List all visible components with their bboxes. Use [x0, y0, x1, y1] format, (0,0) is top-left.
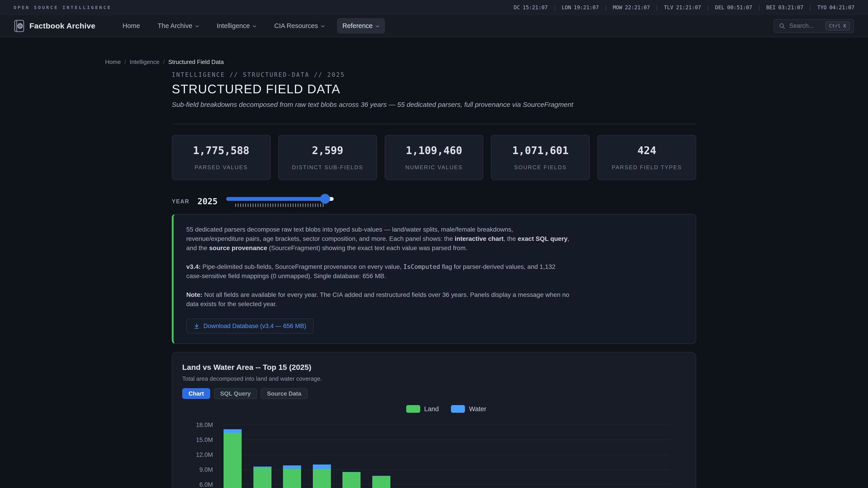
bar-china[interactable]	[253, 466, 272, 488]
slider-tick	[320, 203, 321, 207]
search-box[interactable]: Search... Ctrl K	[774, 19, 854, 33]
slider-tick	[253, 203, 253, 207]
stat-label: PARSED VALUES	[195, 164, 248, 170]
slider-tick	[270, 203, 271, 207]
bar-united-states[interactable]	[283, 465, 301, 488]
slider-tick	[235, 203, 236, 207]
tab-source-data[interactable]: Source Data	[260, 388, 308, 399]
nav-item-label: The Archive	[158, 22, 192, 30]
brand-home-link[interactable]: Factbook Archive	[14, 20, 95, 32]
clock-separator: |	[706, 4, 710, 10]
clock-city: DC	[514, 4, 520, 10]
slider-fill	[226, 197, 325, 201]
stat-card-parsed-field-types: 424PARSED FIELD TYPES	[597, 135, 696, 180]
search-shortcut-badge: Ctrl K	[826, 22, 850, 31]
clock-city: TYO	[817, 4, 827, 10]
world-clock-dc: DC15:21:07	[514, 4, 548, 10]
year-slider[interactable]	[226, 196, 334, 207]
download-database-button[interactable]: Download Database (v3.4 — 656 MB)	[186, 319, 313, 333]
bar-segment-land	[253, 468, 272, 488]
slider-tick	[243, 203, 243, 207]
bar-australia[interactable]	[372, 476, 391, 488]
nav-item-intelligence[interactable]: Intelligence	[211, 18, 262, 34]
slider-tick	[260, 203, 261, 207]
page-title: STRUCTURED FIELD DATA	[172, 82, 696, 96]
slider-tick	[268, 203, 268, 207]
y-axis-tick-label: 6.0M	[178, 481, 213, 488]
slider-tick	[313, 203, 313, 207]
section-eyebrow: INTELLIGENCE // STRUCTURED-DATA // 2025	[172, 71, 696, 78]
bar-brazil[interactable]	[342, 472, 361, 488]
year-selector: YEAR 2025	[172, 193, 696, 209]
clock-time: 22:21:07	[625, 4, 650, 10]
breadcrumb-intelligence[interactable]: Intelligence	[130, 59, 160, 66]
stacked-bar-chart: 18.0M15.0M12.0M9.0M6.0M3.0M	[223, 425, 669, 488]
stat-label: NUMERIC VALUES	[405, 164, 463, 170]
bar-segment-water	[223, 429, 242, 433]
slider-tick	[323, 203, 323, 207]
slider-tick	[308, 203, 308, 207]
chevron-down-icon	[195, 25, 199, 28]
clock-separator: |	[553, 4, 556, 10]
breadcrumb-home[interactable]: Home	[105, 59, 121, 66]
osint-tagline: OPEN SOURCE INTELLIGENCE	[13, 5, 112, 10]
slider-tick	[300, 203, 301, 207]
slider-tick	[283, 203, 283, 207]
top-status-bar: OPEN SOURCE INTELLIGENCE DC15:21:07|LON1…	[0, 0, 868, 15]
legend-swatch-land	[406, 405, 420, 413]
tab-sql-query[interactable]: SQL Query	[214, 388, 257, 399]
slider-tick	[238, 203, 239, 207]
nav-item-reference[interactable]: Reference	[337, 18, 385, 34]
legend-item-water: Water	[451, 405, 486, 413]
world-clock-bei: BEI03:21:07	[766, 4, 803, 10]
clock-time: 04:21:07	[829, 4, 855, 10]
gridline	[223, 455, 669, 455]
tab-chart[interactable]: Chart	[182, 388, 210, 399]
chart-title: Land vs Water Area -- Top 15 (2025)	[182, 363, 686, 372]
slider-tick	[263, 203, 264, 207]
bar-segment-land	[283, 469, 301, 488]
bar-segment-land	[342, 472, 361, 488]
slider-tick	[288, 203, 288, 207]
search-placeholder: Search...	[789, 22, 822, 29]
world-clock-del: DEL00:51:07	[715, 4, 752, 10]
info-paragraph-version: v3.4: Pipe-delimited sub-fields, SourceF…	[186, 262, 570, 281]
slider-tick	[255, 203, 256, 207]
stat-card-parsed-values: 1,775,588PARSED VALUES	[172, 135, 271, 180]
world-clock-tyo: TYO04:21:07	[817, 4, 855, 10]
slider-tick	[265, 203, 266, 207]
main-nav: Factbook Archive HomeThe ArchiveIntellig…	[0, 15, 868, 37]
info-paragraph-parsers: 55 dedicated parsers decompose raw text …	[186, 225, 570, 253]
nav-item-home[interactable]: Home	[117, 18, 145, 34]
slider-tick	[280, 203, 281, 207]
stat-cards: 1,775,588PARSED VALUES2,599DISTINCT SUB-…	[172, 135, 696, 180]
clock-time: 03:21:07	[778, 4, 803, 10]
y-axis-tick-label: 9.0M	[178, 466, 213, 473]
slider-tick	[285, 203, 286, 207]
year-label: YEAR	[172, 198, 189, 205]
breadcrumb-separator: /	[124, 59, 126, 66]
stat-card-source-fields: 1,071,601SOURCE FIELDS	[491, 135, 590, 180]
nav-item-cia-resources[interactable]: CIA Resources	[269, 18, 330, 34]
slider-tick	[273, 203, 273, 207]
chart-panel: Land vs Water Area -- Top 15 (2025) Tota…	[172, 352, 696, 488]
clock-city: BEI	[766, 4, 776, 10]
slider-tick	[248, 203, 248, 207]
bar-canada[interactable]	[313, 464, 331, 488]
slider-tick	[258, 203, 258, 207]
bar-russia[interactable]	[223, 429, 242, 488]
nav-item-the-archive[interactable]: The Archive	[152, 18, 204, 34]
y-axis-tick-label: 12.0M	[178, 451, 213, 458]
chart-subtitle: Total area decomposed into land and wate…	[182, 375, 686, 382]
nav-item-label: Intelligence	[217, 22, 250, 30]
slider-thumb[interactable]	[320, 194, 330, 204]
slider-track[interactable]	[226, 197, 334, 201]
clock-separator: |	[758, 4, 761, 10]
chevron-down-icon	[321, 25, 325, 28]
stat-value: 1,775,588	[193, 144, 249, 157]
chart-legend: LandWater	[223, 405, 669, 413]
clock-separator: |	[604, 4, 608, 10]
world-clock-lon: LON19:21:07	[562, 4, 599, 10]
bar-segment-water	[283, 465, 301, 469]
stat-label: PARSED FIELD TYPES	[612, 164, 682, 170]
